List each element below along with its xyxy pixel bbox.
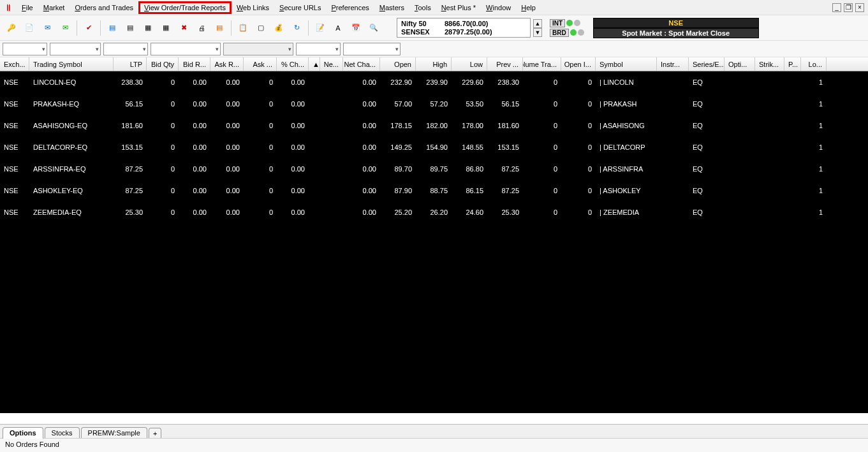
column-header[interactable]: Strik... bbox=[755, 57, 784, 71]
toolbar-button-20[interactable]: 🔍 bbox=[366, 20, 381, 36]
menu-nest-plus-[interactable]: Nest Plus * bbox=[436, 3, 481, 13]
menu-web-links[interactable]: Web Links bbox=[232, 3, 274, 13]
column-header[interactable]: Series/E... bbox=[689, 57, 725, 71]
column-header[interactable]: Bid Qty bbox=[147, 57, 179, 71]
toolbar-button-6[interactable]: ▤ bbox=[105, 20, 120, 36]
market-status-panel: NSE Spot Market : Spot Market Close bbox=[593, 18, 759, 38]
menu-market[interactable]: Market bbox=[38, 3, 70, 13]
index-scroll-down[interactable]: ▼ bbox=[533, 28, 542, 37]
filter-combo-4[interactable]: ▾ bbox=[151, 43, 221, 55]
column-header[interactable]: Exch... bbox=[0, 57, 29, 71]
cell: 87.25 bbox=[487, 158, 523, 180]
cell: NSE bbox=[0, 136, 29, 158]
toolbar-button-18[interactable]: A bbox=[330, 20, 346, 36]
toolbar-button-19[interactable]: 📅 bbox=[348, 20, 364, 36]
toolbar-button-10[interactable]: ✖ bbox=[176, 20, 191, 36]
cell bbox=[657, 180, 689, 201]
cell bbox=[657, 201, 689, 223]
tab-options[interactable]: Options bbox=[3, 427, 43, 439]
cell bbox=[320, 180, 343, 201]
toolbar-button-11[interactable]: 🖨 bbox=[194, 20, 209, 36]
table-row[interactable]: NSEPRAKASH-EQ56.1500.000.0000.000.0057.0… bbox=[0, 93, 868, 115]
cell: 0 bbox=[244, 115, 277, 136]
table-row[interactable]: NSEARSSINFRA-EQ87.2500.000.0000.000.0089… bbox=[0, 158, 868, 180]
column-header[interactable]: Ask ... bbox=[244, 57, 277, 71]
menu-preferences[interactable]: Preferences bbox=[326, 3, 374, 13]
cell: 57.00 bbox=[380, 93, 416, 115]
cell bbox=[784, 115, 801, 136]
cell: | PRAKASH bbox=[596, 93, 657, 115]
column-header[interactable]: Symbol bbox=[596, 57, 657, 71]
column-header[interactable]: % Ch... bbox=[277, 57, 309, 71]
menu-window[interactable]: Window bbox=[481, 3, 516, 13]
window-minimize-button[interactable]: _ bbox=[832, 3, 841, 12]
toolbar-button-8[interactable]: ▦ bbox=[140, 20, 156, 36]
table-row[interactable]: NSELINCOLN-EQ238.3000.000.0000.000.00232… bbox=[0, 71, 868, 93]
column-header[interactable]: Lo... bbox=[801, 57, 827, 71]
filter-combo-7[interactable]: ▾ bbox=[343, 43, 401, 55]
column-header[interactable]: Open bbox=[380, 57, 416, 71]
cell: 182.00 bbox=[416, 115, 452, 136]
column-header[interactable]: P... bbox=[784, 57, 801, 71]
column-header[interactable]: High bbox=[416, 57, 452, 71]
filter-combo-2[interactable]: ▾ bbox=[50, 43, 101, 55]
cell: NSE bbox=[0, 201, 29, 223]
tab-add-button[interactable]: + bbox=[149, 428, 161, 439]
menu-secure-urls[interactable]: Secure URLs bbox=[274, 3, 326, 13]
menu-masters[interactable]: Masters bbox=[374, 3, 409, 13]
column-header[interactable]: Instr... bbox=[657, 57, 689, 71]
column-header[interactable]: Trading Symbol bbox=[29, 57, 114, 71]
table-row[interactable]: NSEDELTACORP-EQ153.1500.000.0000.000.001… bbox=[0, 136, 868, 158]
menu-file[interactable]: File bbox=[17, 3, 38, 13]
toolbar-button-16[interactable]: ↻ bbox=[289, 20, 304, 36]
tab-stocks[interactable]: Stocks bbox=[45, 427, 80, 439]
toolbar-button-4[interactable]: ✉ bbox=[57, 20, 73, 36]
column-header[interactable]: ▲ bbox=[309, 57, 320, 71]
column-header[interactable]: Net Cha... bbox=[343, 57, 380, 71]
toolbar-button-9[interactable]: ▦ bbox=[158, 20, 173, 36]
cell: 0.00 bbox=[210, 136, 244, 158]
filter-combo-3[interactable]: ▾ bbox=[103, 43, 148, 55]
cell: NSE bbox=[0, 180, 29, 201]
cell: 0.00 bbox=[179, 158, 210, 180]
toolbar-button-3[interactable]: ✉ bbox=[40, 20, 55, 36]
menu-tools[interactable]: Tools bbox=[409, 3, 436, 13]
column-header[interactable]: Opti... bbox=[725, 57, 755, 71]
filter-combo-5[interactable]: ▾ bbox=[223, 43, 293, 55]
table-row[interactable]: NSEZEEMEDIA-EQ25.3000.000.0000.000.0025.… bbox=[0, 201, 868, 223]
column-header[interactable]: Volume Tra... bbox=[523, 57, 561, 71]
menu-view-order-trade-reports[interactable]: View Order/Trade Reports bbox=[138, 1, 232, 14]
toolbar-button-14[interactable]: ▢ bbox=[253, 20, 268, 36]
tab-premw-sample[interactable]: PREMW:Sample bbox=[81, 427, 147, 439]
index-scroll-up[interactable]: ▲ bbox=[533, 19, 542, 28]
cell: 0.00 bbox=[343, 115, 380, 136]
cell bbox=[755, 115, 784, 136]
toolbar-button-15[interactable]: 💰 bbox=[271, 20, 286, 36]
toolbar-button-2[interactable]: 📄 bbox=[22, 20, 37, 36]
toolbar-button-1[interactable]: 🔑 bbox=[4, 20, 19, 36]
toolbar-button-13[interactable]: 📋 bbox=[235, 20, 251, 36]
cell: 0.00 bbox=[277, 115, 309, 136]
filter-combo-1[interactable]: ▾ bbox=[3, 43, 47, 55]
column-header[interactable]: Ask R... bbox=[210, 57, 244, 71]
toolbar-button-17[interactable]: 📝 bbox=[313, 20, 328, 36]
toolbar-button-7[interactable]: ▤ bbox=[122, 20, 138, 36]
menu-help[interactable]: Help bbox=[516, 3, 541, 13]
column-header[interactable]: Ne... bbox=[320, 57, 343, 71]
column-header[interactable]: Bid R... bbox=[179, 57, 210, 71]
window-close-button[interactable]: × bbox=[855, 3, 864, 12]
filter-combo-6[interactable]: ▾ bbox=[296, 43, 341, 55]
toolbar-button-5[interactable]: ✔ bbox=[81, 20, 96, 36]
column-header[interactable]: Low bbox=[452, 57, 487, 71]
column-header[interactable]: Open I... bbox=[561, 57, 596, 71]
cell: 148.55 bbox=[452, 136, 487, 158]
toolbar-button-12[interactable]: ▤ bbox=[212, 20, 227, 36]
table-row[interactable]: NSEASHOKLEY-EQ87.2500.000.0000.000.0087.… bbox=[0, 180, 868, 201]
cell bbox=[725, 180, 755, 201]
column-header[interactable]: Prev ... bbox=[487, 57, 523, 71]
menu-orders-and-trades[interactable]: Orders and Trades bbox=[70, 3, 138, 13]
table-row[interactable]: NSEASAHISONG-EQ181.6000.000.0000.000.001… bbox=[0, 115, 868, 136]
cell: 87.25 bbox=[487, 180, 523, 201]
column-header[interactable]: LTP bbox=[114, 57, 147, 71]
window-restore-button[interactable]: ❐ bbox=[844, 3, 853, 12]
